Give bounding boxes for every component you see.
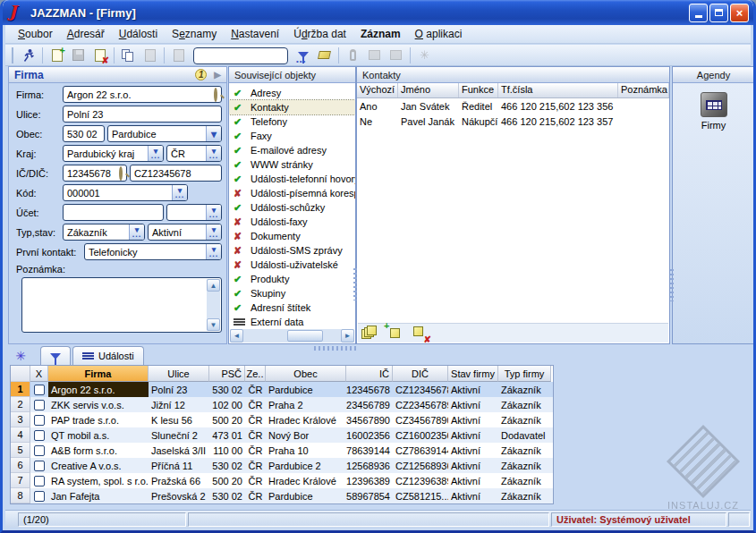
horizontal-splitter-grip[interactable] (314, 346, 357, 351)
kontakty-col-header[interactable]: Funkce (459, 83, 498, 97)
objekt-item[interactable]: ✔Adresní štítek (229, 300, 355, 315)
search-icon[interactable] (119, 166, 123, 181)
menu-nastaven-[interactable]: Nastavení (224, 26, 286, 42)
grid-col-header[interactable]: X (30, 366, 48, 382)
typ-combo[interactable]: Zákazník ▾... (63, 224, 145, 241)
minimize-button[interactable] (689, 4, 708, 22)
objekt-item[interactable]: ✘Události-SMS zprávy (229, 243, 355, 258)
row-checkbox[interactable] (34, 445, 45, 456)
close-button[interactable]: × (730, 4, 749, 22)
expand-arrow-icon[interactable]: ▶ (214, 70, 221, 80)
row-number[interactable]: 5 (11, 443, 30, 458)
stav-combo[interactable]: Aktivní ▾... (148, 224, 222, 241)
objekt-item[interactable]: ✔Události-telefonní hovory (229, 172, 355, 186)
prvni-kontakt-combo[interactable]: Telefonicky ▾... (84, 243, 222, 260)
ucet-combo[interactable]: ▾... (166, 204, 222, 221)
kraj-combo[interactable]: Pardubický kraj ▾... (63, 145, 164, 162)
menu-seznamy[interactable]: Seznamy (165, 26, 224, 42)
kontakt-row[interactable]: NePavel JanákNákupčí466 120 215,602 123 … (357, 114, 669, 129)
run-icon[interactable] (18, 47, 38, 64)
table-row[interactable]: 7RA system, spol. s r.o.Pražská 66500 20… (11, 473, 553, 488)
row-number[interactable]: 2 (11, 397, 30, 412)
grid-col-header[interactable]: Typ firmy (498, 366, 551, 382)
menu-z-znam[interactable]: Záznam (353, 26, 408, 42)
firma-field[interactable]: Argon 22 s.r.o. (63, 86, 222, 103)
objekt-item[interactable]: ✔Faxy (229, 129, 355, 143)
delete-contact-button[interactable]: ✘ (412, 326, 429, 341)
objekt-item[interactable]: ✔Kontakty (229, 100, 355, 114)
delete-record-button[interactable]: ✘ (89, 47, 110, 64)
labels-button[interactable] (314, 47, 335, 64)
objekt-item[interactable]: ✔Adresy (229, 86, 355, 100)
scroll-left-icon[interactable]: ◄ (230, 329, 243, 343)
chevron-down-icon[interactable]: ▾... (206, 224, 221, 240)
table-row[interactable]: 8Jan FafejtaPrešovská 2530 02ČRPardubice… (11, 488, 553, 503)
row-number[interactable]: 3 (11, 412, 30, 427)
grid-col-header[interactable] (11, 366, 30, 382)
splitter-grip[interactable] (353, 268, 357, 300)
info-icon[interactable]: 1 (195, 69, 207, 80)
agenda-item-firmy[interactable]: Firmy (673, 92, 754, 131)
objekt-item[interactable]: ✔WWW stránky (229, 157, 355, 172)
tab-udalosti[interactable]: Události (72, 346, 144, 365)
objekt-item[interactable]: ✘Události-faxy (229, 215, 355, 229)
save-button[interactable] (68, 47, 89, 64)
psc-field[interactable]: 530 02 (63, 125, 105, 142)
objekt-item[interactable]: Externí data (229, 315, 355, 328)
grid-col-header[interactable]: Ze.. (245, 366, 266, 382)
tab-filter[interactable] (40, 346, 71, 365)
scroll-up-icon[interactable]: ▲ (207, 279, 220, 292)
objekt-item[interactable]: ✘Události-uživatelské (229, 258, 355, 272)
chevron-down-icon[interactable]: ▾... (206, 205, 221, 220)
search-icon[interactable] (214, 88, 217, 102)
splitter-grip[interactable] (670, 269, 674, 301)
objekt-item[interactable]: ✔Skupiny (229, 286, 355, 300)
add-contact-button[interactable]: + (386, 326, 404, 341)
objekt-item[interactable]: ✘Dokumenty (229, 229, 355, 243)
tool-button-2[interactable] (386, 47, 406, 64)
filter-button[interactable]: ••• (293, 47, 313, 64)
duplicate-button[interactable] (140, 47, 160, 64)
table-row[interactable]: 6Creative A v.o.s.Příčná 11530 02ČRPardu… (11, 458, 553, 473)
kontakty-col-header[interactable]: Jméno (398, 83, 459, 97)
kontakt-row[interactable]: AnoJan SvátekŘeditel466 120 215,602 123 … (357, 98, 669, 114)
table-row[interactable]: 3PAP trade s.r.o.K lesu 56500 20ČRHradec… (11, 412, 553, 427)
row-checkbox[interactable] (34, 461, 45, 471)
menu-adres-[interactable]: Adresář (60, 26, 112, 42)
grid-col-header[interactable]: DIČ (393, 366, 448, 382)
objekt-item[interactable]: ✘Události-písemná koresp (229, 186, 355, 200)
table-row[interactable]: 1Argon 22 s.r.o.Polní 23530 02ČRPardubic… (11, 382, 553, 397)
ulice-field[interactable]: Polní 23 (63, 106, 222, 123)
grid-col-header[interactable]: IČ (346, 366, 393, 382)
scroll-right-icon[interactable]: ► (341, 329, 354, 343)
tool-button-1[interactable] (364, 47, 385, 64)
poznamka-field[interactable]: ▲ ▼ (21, 277, 222, 333)
chevron-down-icon[interactable]: ▾... (148, 146, 163, 161)
grid-col-header[interactable]: Obec (266, 366, 346, 382)
special-functions-button[interactable]: ✳ (414, 47, 435, 64)
zeme-combo[interactable]: ČR ▾... (166, 145, 222, 162)
row-number[interactable]: 1 (11, 382, 30, 397)
grid-col-header[interactable]: PSČ (209, 366, 245, 382)
dic-field[interactable]: CZ12345678 (130, 165, 222, 182)
ic-field[interactable]: 12345678 (63, 165, 127, 182)
row-checkbox[interactable] (34, 491, 45, 502)
chevron-down-icon[interactable]: ▾ (206, 126, 221, 141)
new-record-button[interactable]: + (47, 47, 67, 64)
table-row[interactable]: 4QT mobil a.s.Sluneční 2473 01ČRNový Bor… (11, 427, 553, 443)
grid-col-header[interactable]: Ulice (149, 366, 209, 382)
table-row[interactable]: 5A&B form s.r.o.Jaselská 3/II110 00ČRPra… (11, 443, 553, 458)
copy-record-button[interactable] (118, 47, 139, 64)
table-row[interactable]: 2ZKK servis v.o.s.Jižní 12102 00ČRPraha … (11, 397, 553, 412)
objekty-scrollbar[interactable]: ◄ ► (230, 329, 354, 343)
objekt-item[interactable]: ✔Události-schůzky (229, 200, 355, 215)
contacts-list-button[interactable] (361, 326, 379, 341)
export-button[interactable] (168, 47, 189, 64)
objekt-item[interactable]: ✔E-mailové adresy (229, 143, 355, 157)
row-number[interactable]: 7 (11, 473, 30, 488)
row-checkbox[interactable] (34, 415, 45, 426)
toolbar-grip[interactable] (12, 47, 14, 63)
row-checkbox[interactable] (34, 400, 45, 410)
chevron-down-icon[interactable]: ▾... (129, 224, 144, 240)
row-number[interactable]: 6 (11, 458, 30, 473)
